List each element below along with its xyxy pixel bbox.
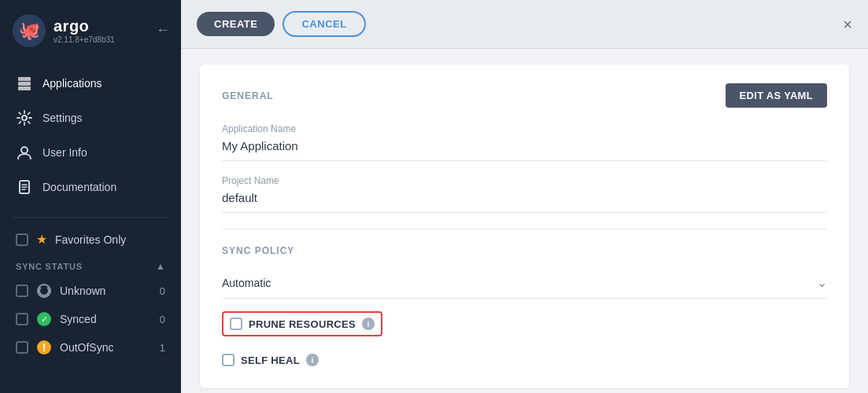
main-content: CREATE CANCEL × GENERAL EDIT AS YAML App… [181, 0, 868, 393]
section-divider [222, 229, 827, 230]
sidebar-version: v2.11.8+e7d8b31 [54, 35, 115, 44]
gear-icon [16, 110, 33, 126]
edit-yaml-button[interactable]: EDIT AS YAML [726, 83, 827, 108]
sidebar-divider [13, 217, 168, 218]
sync-label-unknown: Unknown [60, 285, 152, 297]
self-heal-row: SELF HEAL i [222, 351, 827, 369]
create-button[interactable]: CREATE [197, 12, 275, 36]
app-name-group: Application Name My Application [222, 123, 827, 161]
sync-policy-dropdown[interactable]: Automatic ⌄ [222, 267, 827, 299]
chevron-up-icon[interactable]: ▲ [156, 261, 165, 272]
sync-policy-title: SYNC POLICY [222, 245, 827, 256]
prune-resources-label: PRUNE RESOURCES [249, 318, 356, 330]
svg-rect-0 [18, 77, 31, 81]
general-title: GENERAL [222, 90, 274, 101]
sync-icon-unknown [36, 283, 52, 299]
sync-status-header: SYNC STATUS ▲ [0, 255, 181, 277]
sync-policy-value: Automatic [222, 277, 271, 289]
sync-label-outofsync: OutOfSync [60, 341, 152, 354]
sidebar-item-label-applications: Applications [42, 77, 102, 90]
sync-policy-section: SYNC POLICY Automatic ⌄ PRUNE RESOURCES … [222, 245, 827, 369]
sync-count-unknown: 0 [160, 285, 165, 297]
doc-icon [16, 179, 33, 195]
user-icon [16, 145, 33, 160]
svg-point-4 [21, 147, 28, 153]
self-heal-info-icon[interactable]: i [306, 354, 319, 366]
self-heal-label: SELF HEAL [241, 354, 300, 366]
prune-resources-row: PRUNE RESOURCES i [222, 311, 382, 336]
project-name-label: Project Name [222, 175, 827, 186]
sync-label-synced: Synced [60, 313, 152, 325]
favorites-checkbox[interactable] [16, 233, 28, 246]
general-section-header: GENERAL EDIT AS YAML [222, 83, 827, 108]
sync-status-title: SYNC STATUS [16, 262, 83, 271]
prune-resources-info-icon[interactable]: i [362, 318, 375, 330]
sync-item-unknown[interactable]: Unknown 0 [0, 277, 181, 305]
sidebar-brand: argo v2.11.8+e7d8b31 [54, 17, 115, 44]
star-icon: ★ [36, 232, 47, 247]
sidebar-header: 🐙 argo v2.11.8+e7d8b31 ← [0, 0, 181, 60]
sidebar: 🐙 argo v2.11.8+e7d8b31 ← Applications [0, 0, 181, 393]
favorites-row[interactable]: ★ Favorites Only [0, 224, 181, 255]
cancel-button[interactable]: CANCEL [283, 11, 365, 37]
sidebar-brand-name: argo [54, 17, 115, 35]
sidebar-back-button[interactable]: ← [156, 22, 170, 39]
svg-point-3 [22, 116, 27, 120]
sync-count-synced: 0 [160, 314, 165, 325]
svg-rect-2 [18, 86, 31, 90]
sidebar-item-user-info[interactable]: User Info [0, 135, 181, 170]
form-card: GENERAL EDIT AS YAML Application Name My… [200, 64, 849, 388]
form-area: GENERAL EDIT AS YAML Application Name My… [181, 49, 868, 393]
self-heal-checkbox[interactable] [222, 354, 235, 366]
app-name-label: Application Name [222, 123, 827, 134]
sidebar-item-settings[interactable]: Settings [0, 101, 181, 135]
sync-checkbox-synced[interactable] [16, 313, 28, 325]
sync-item-outofsync[interactable]: ! OutOfSync 1 [0, 333, 181, 362]
chevron-down-icon: ⌄ [817, 275, 827, 290]
toolbar: CREATE CANCEL × [181, 0, 868, 49]
sync-checkbox-unknown[interactable] [16, 285, 28, 297]
sidebar-item-applications[interactable]: Applications [0, 66, 181, 101]
sync-item-synced[interactable]: ✓ Synced 0 [0, 305, 181, 333]
prune-resources-checkbox[interactable] [230, 318, 242, 330]
sync-icon-outofsync: ! [36, 340, 52, 355]
sidebar-logo: 🐙 [13, 14, 46, 47]
favorites-label: Favorites Only [55, 233, 126, 246]
app-name-value[interactable]: My Application [222, 139, 827, 161]
sync-checkbox-outofsync[interactable] [16, 341, 28, 354]
layers-icon [16, 75, 33, 91]
sidebar-item-label-documentation: Documentation [42, 181, 116, 193]
sync-icon-synced: ✓ [36, 311, 52, 327]
close-button[interactable]: × [843, 17, 852, 32]
sidebar-item-documentation[interactable]: Documentation [0, 170, 181, 204]
sync-count-outofsync: 1 [160, 342, 165, 354]
sidebar-item-label-user-info: User Info [42, 146, 87, 159]
project-name-value[interactable]: default [222, 191, 827, 213]
project-name-group: Project Name default [222, 175, 827, 213]
sidebar-nav: Applications Settings User Info [0, 60, 181, 211]
sidebar-item-label-settings: Settings [42, 112, 83, 124]
svg-rect-1 [18, 82, 31, 86]
